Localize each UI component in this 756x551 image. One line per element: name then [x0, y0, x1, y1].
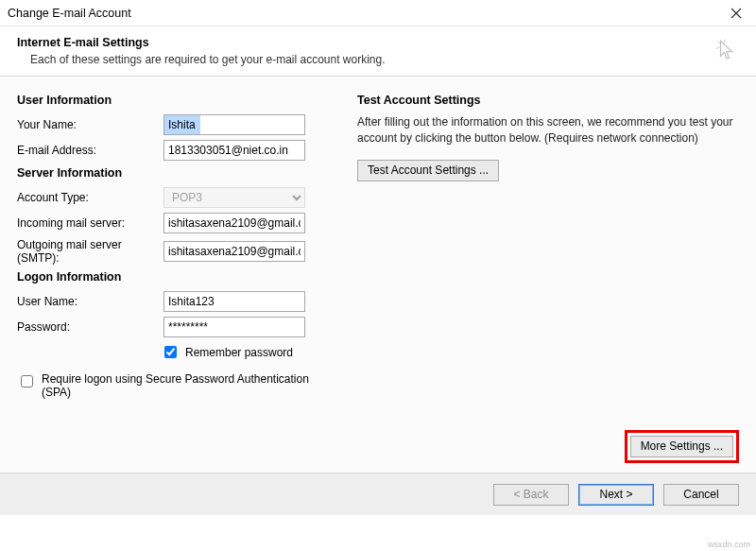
password-input[interactable] — [163, 317, 305, 337]
row-username: User Name: — [17, 291, 338, 312]
account-type-select: POP3 — [163, 187, 305, 208]
test-description: After filling out the information on thi… — [357, 114, 739, 146]
more-settings-highlight: More Settings ... — [625, 430, 739, 463]
titlebar: Change E-mail Account — [0, 0, 756, 26]
label-email: E-mail Address: — [17, 144, 163, 157]
right-column: Test Account Settings After filling out … — [357, 88, 739, 473]
label-outgoing: Outgoing mail server (SMTP): — [17, 238, 163, 265]
username-input[interactable] — [163, 291, 305, 312]
label-account-type: Account Type: — [17, 191, 163, 204]
label-your-name: Your Name: — [17, 118, 163, 131]
section-logon-info: Logon Information — [17, 270, 338, 284]
close-icon — [730, 8, 742, 19]
section-user-info: User Information — [17, 94, 338, 107]
row-outgoing: Outgoing mail server (SMTP): — [17, 238, 338, 265]
outgoing-input[interactable] — [163, 241, 305, 262]
email-input[interactable] — [163, 140, 305, 161]
your-name-input[interactable] — [163, 114, 305, 135]
svg-line-3 — [724, 40, 726, 43]
remember-checkbox[interactable] — [164, 346, 177, 358]
test-heading: Test Account Settings — [357, 94, 739, 107]
watermark: wsxdn.com — [708, 540, 750, 549]
label-spa: Require logon using Secure Password Auth… — [42, 372, 338, 399]
header: Internet E-mail Settings Each of these s… — [0, 26, 756, 77]
spa-checkbox[interactable] — [21, 375, 33, 387]
cancel-button[interactable]: Cancel — [663, 484, 739, 506]
back-button: < Back — [493, 484, 569, 506]
next-button[interactable]: Next > — [578, 484, 654, 506]
row-email: E-mail Address: — [17, 140, 338, 161]
window-title: Change E-mail Account — [8, 7, 131, 20]
left-column: User Information Your Name: E-mail Addre… — [17, 88, 338, 473]
section-server-info: Server Information — [17, 166, 338, 180]
row-incoming: Incoming mail server: — [17, 213, 338, 233]
body: User Information Your Name: E-mail Addre… — [0, 77, 756, 474]
cursor-icon — [714, 36, 739, 64]
close-button[interactable] — [724, 3, 748, 24]
label-username: User Name: — [17, 295, 163, 308]
test-account-button[interactable]: Test Account Settings ... — [357, 160, 499, 181]
label-password: Password: — [17, 320, 163, 334]
row-account-type: Account Type: POP3 — [17, 187, 338, 208]
header-title: Internet E-mail Settings — [17, 36, 386, 49]
row-spa: Require logon using Secure Password Auth… — [17, 372, 338, 399]
row-remember: Remember password — [161, 343, 338, 361]
incoming-input[interactable] — [163, 213, 305, 233]
header-subtitle: Each of these settings are required to g… — [30, 53, 386, 66]
label-remember: Remember password — [185, 346, 293, 359]
label-incoming: Incoming mail server: — [17, 216, 163, 230]
row-your-name: Your Name: — [17, 114, 338, 135]
svg-line-4 — [716, 47, 720, 49]
more-settings-button[interactable]: More Settings ... — [630, 436, 733, 457]
row-password: Password: — [17, 317, 338, 337]
wizard-buttons: < Back Next > Cancel — [0, 474, 756, 515]
